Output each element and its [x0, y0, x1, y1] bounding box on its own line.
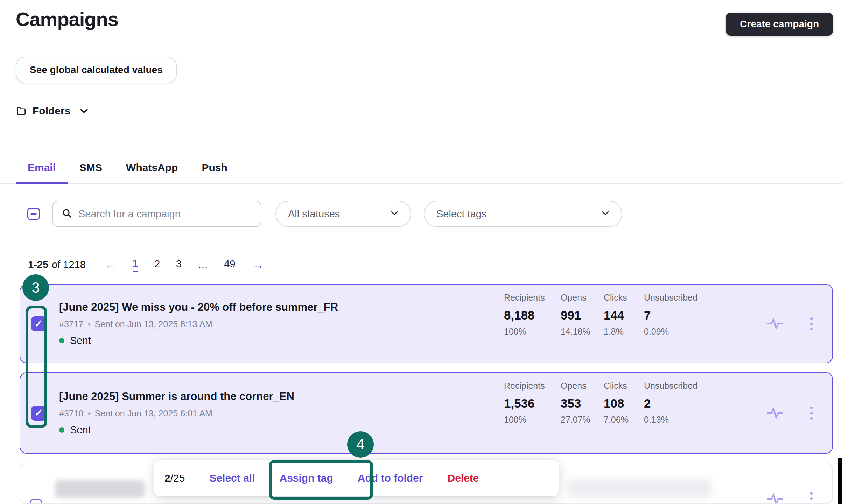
campaign-meta: #3710 Sent on Jun 13, 2025 6:01 AM — [59, 408, 462, 419]
check-icon: ✓ — [34, 408, 43, 418]
assign-tag-button[interactable]: Assign tag — [279, 472, 333, 484]
stat-value: 1,536 — [504, 397, 561, 411]
status-badge: Sent — [59, 424, 462, 436]
pagination-prev-arrow-icon[interactable]: ← — [105, 258, 117, 272]
campaign-activity-icon[interactable] — [766, 373, 785, 453]
pagination-range: 1-25 — [28, 259, 48, 271]
stat-value: 991 — [561, 308, 604, 322]
stat-percent: 0.13% — [644, 415, 717, 425]
search-input[interactable] — [78, 208, 246, 220]
campaign-sent-info: Sent on Jun 13, 2025 8:13 AM — [95, 319, 212, 329]
select-all-button[interactable]: Select all — [209, 472, 255, 484]
campaign-row-1[interactable]: ✓ [June 2025] We miss you - 20% off befo… — [20, 284, 833, 363]
campaign-id: #3717 — [59, 319, 84, 329]
annotation-step-4: 4 — [347, 431, 374, 458]
pagination-page-3[interactable]: 3 — [176, 258, 182, 271]
chevron-down-icon — [79, 108, 89, 114]
campaign-sent-info: Sent on Jun 13, 2025 6:01 AM — [95, 408, 212, 419]
campaign-stats: Recipients 1,536 100% Opens 353 27.07% C… — [504, 381, 717, 425]
stat-header: Opens — [561, 293, 604, 303]
status-dot-icon — [59, 338, 64, 343]
select-all-checkbox-indeterminate[interactable] — [27, 208, 40, 220]
tab-sms[interactable]: SMS — [68, 157, 114, 184]
folders-label: Folders — [33, 105, 70, 117]
stat-header: Unsubscribed — [644, 293, 717, 303]
row-checkbox-checked[interactable]: ✓ — [31, 406, 46, 421]
pagination-page-2[interactable]: 2 — [154, 258, 160, 271]
status-label: Sent — [70, 424, 91, 436]
row-checkbox-unchecked[interactable] — [30, 499, 42, 504]
page-title: Campaigns — [16, 8, 118, 30]
stat-header: Clicks — [604, 381, 644, 391]
pagination-total: of 1218 — [52, 259, 86, 271]
campaign-id: #3710 — [59, 408, 84, 419]
minus-icon — [30, 213, 37, 215]
bulk-action-bar: 2/25 Select all Assign tag Add to folder… — [154, 460, 559, 496]
stat-percent: 27.07% — [561, 415, 604, 425]
row-checkbox-checked[interactable]: ✓ — [31, 316, 46, 331]
campaign-title: [June 2025] Summer is around the corner_… — [59, 390, 462, 403]
pagination-page-49[interactable]: 49 — [224, 258, 235, 271]
stat-value: 144 — [604, 308, 644, 322]
tags-filter-value: Select tags — [436, 208, 486, 220]
stat-percent: 7.06% — [604, 415, 644, 425]
campaign-title: [June 2025] We miss you - 20% off before… — [59, 301, 462, 314]
filter-row: All statuses Select tags — [27, 201, 622, 227]
status-label: Sent — [70, 335, 91, 346]
stat-value: 2 — [644, 397, 717, 411]
stat-percent: 100% — [504, 415, 561, 425]
status-filter-select[interactable]: All statuses — [275, 201, 411, 227]
campaign-meta: #3717 Sent on Jun 13, 2025 8:13 AM — [59, 319, 462, 329]
pagination: 1-25 of 1218 ← 1 2 3 … 49 → — [28, 258, 264, 272]
selected-count: 2/25 — [164, 472, 185, 484]
separator-dot — [88, 323, 91, 326]
folder-icon — [16, 105, 27, 117]
create-campaign-button[interactable]: Create campaign — [726, 13, 833, 36]
campaign-activity-icon[interactable] — [766, 285, 785, 363]
stat-header: Recipients — [504, 381, 561, 391]
campaign-stats: Recipients 8,188 100% Opens 991 14.18% C… — [504, 293, 717, 337]
chevron-down-icon — [601, 210, 610, 217]
annotation-step-3: 3 — [22, 274, 49, 301]
tab-push[interactable]: Push — [190, 157, 239, 184]
tab-email[interactable]: Email — [16, 157, 68, 184]
stat-header: Unsubscribed — [644, 381, 717, 391]
delete-button[interactable]: Delete — [447, 472, 479, 484]
stat-value: 353 — [561, 397, 604, 411]
stat-percent: 1.8% — [604, 327, 644, 337]
search-icon — [62, 208, 72, 220]
stat-value: 8,188 — [504, 308, 561, 322]
stat-percent: 14.18% — [561, 327, 604, 337]
kebab-menu-icon[interactable] — [804, 488, 818, 504]
stat-value: 108 — [604, 397, 644, 411]
stat-header: Clicks — [604, 293, 644, 303]
tags-filter-select[interactable]: Select tags — [424, 201, 622, 227]
global-calculated-values-button[interactable]: See global calculated values — [16, 57, 177, 83]
separator-dot — [88, 412, 91, 415]
tab-whatsapp[interactable]: WhatsApp — [114, 157, 190, 184]
blurred-campaign-stats — [568, 479, 712, 498]
status-badge: Sent — [59, 335, 462, 346]
status-filter-value: All statuses — [288, 208, 340, 220]
kebab-menu-icon[interactable] — [804, 373, 818, 453]
campaign-row-2[interactable]: ✓ [June 2025] Summer is around the corne… — [20, 372, 833, 454]
window-edge-bar — [838, 458, 842, 504]
stat-header: Recipients — [504, 293, 561, 303]
channel-tabs: Email SMS WhatsApp Push — [0, 157, 842, 184]
blurred-campaign-title — [55, 480, 145, 498]
check-icon: ✓ — [34, 318, 43, 329]
stat-percent: 0.09% — [644, 327, 717, 337]
pagination-page-1[interactable]: 1 — [133, 258, 138, 272]
folders-toggle[interactable]: Folders — [16, 105, 89, 117]
status-dot-icon — [59, 427, 64, 433]
chevron-down-icon — [390, 210, 399, 217]
kebab-menu-icon[interactable] — [804, 285, 818, 363]
pagination-ellipsis: … — [198, 259, 208, 271]
stat-percent: 100% — [504, 327, 561, 337]
stat-value: 7 — [644, 308, 717, 322]
campaign-search-box[interactable] — [52, 201, 261, 227]
pagination-next-arrow-icon[interactable]: → — [252, 258, 264, 272]
campaign-activity-icon[interactable] — [766, 489, 785, 504]
stat-header: Opens — [561, 381, 604, 391]
add-to-folder-button[interactable]: Add to folder — [358, 472, 423, 484]
